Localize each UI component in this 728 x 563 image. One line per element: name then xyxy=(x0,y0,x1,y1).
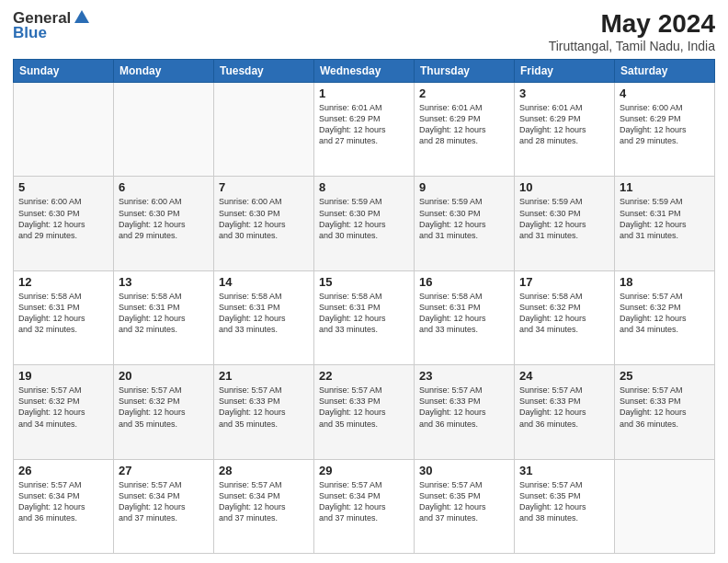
day-number: 19 xyxy=(18,369,108,383)
title-block: May 2024 Tiruttangal, Tamil Nadu, India xyxy=(549,9,715,53)
calendar-cell: 30Sunrise: 5:57 AM Sunset: 6:35 PM Dayli… xyxy=(415,459,515,553)
calendar-week-2: 5Sunrise: 6:00 AM Sunset: 6:30 PM Daylig… xyxy=(14,177,715,270)
day-info: Sunrise: 5:58 AM Sunset: 6:31 PM Dayligh… xyxy=(419,291,509,336)
day-info: Sunrise: 5:57 AM Sunset: 6:35 PM Dayligh… xyxy=(519,479,609,524)
day-info: Sunrise: 5:57 AM Sunset: 6:32 PM Dayligh… xyxy=(620,291,710,336)
day-number: 3 xyxy=(519,86,609,100)
calendar-cell xyxy=(615,459,715,553)
header-sunday: Sunday xyxy=(14,60,114,83)
header-wednesday: Wednesday xyxy=(314,60,415,83)
calendar-cell: 27Sunrise: 5:57 AM Sunset: 6:34 PM Dayli… xyxy=(114,459,214,553)
day-number: 25 xyxy=(620,369,710,383)
calendar-cell: 20Sunrise: 5:57 AM Sunset: 6:32 PM Dayli… xyxy=(114,365,214,459)
calendar-week-1: 1Sunrise: 6:01 AM Sunset: 6:29 PM Daylig… xyxy=(14,83,715,177)
day-number: 17 xyxy=(519,275,609,289)
calendar-cell: 29Sunrise: 5:57 AM Sunset: 6:34 PM Dayli… xyxy=(314,459,415,553)
calendar-cell: 31Sunrise: 5:57 AM Sunset: 6:35 PM Dayli… xyxy=(515,459,615,553)
day-info: Sunrise: 5:58 AM Sunset: 6:31 PM Dayligh… xyxy=(219,291,309,336)
calendar-cell: 9Sunrise: 5:59 AM Sunset: 6:30 PM Daylig… xyxy=(415,177,515,270)
calendar-cell: 24Sunrise: 5:57 AM Sunset: 6:33 PM Dayli… xyxy=(515,365,615,459)
calendar-cell: 3Sunrise: 6:01 AM Sunset: 6:29 PM Daylig… xyxy=(515,83,615,177)
day-info: Sunrise: 5:57 AM Sunset: 6:33 PM Dayligh… xyxy=(620,385,710,430)
calendar-table: Sunday Monday Tuesday Wednesday Thursday… xyxy=(13,59,715,554)
day-info: Sunrise: 5:59 AM Sunset: 6:30 PM Dayligh… xyxy=(519,196,609,241)
calendar-week-3: 12Sunrise: 5:58 AM Sunset: 6:31 PM Dayli… xyxy=(14,270,715,364)
day-number: 26 xyxy=(18,464,108,477)
day-info: Sunrise: 5:59 AM Sunset: 6:31 PM Dayligh… xyxy=(620,196,710,241)
calendar-cell: 18Sunrise: 5:57 AM Sunset: 6:32 PM Dayli… xyxy=(615,270,715,364)
day-number: 2 xyxy=(419,86,509,100)
calendar-body: 1Sunrise: 6:01 AM Sunset: 6:29 PM Daylig… xyxy=(14,83,715,554)
calendar-header: Sunday Monday Tuesday Wednesday Thursday… xyxy=(14,60,715,83)
calendar-cell: 4Sunrise: 6:00 AM Sunset: 6:29 PM Daylig… xyxy=(615,83,715,177)
calendar-cell xyxy=(14,83,114,177)
day-number: 18 xyxy=(620,275,710,289)
calendar-cell: 12Sunrise: 5:58 AM Sunset: 6:31 PM Dayli… xyxy=(14,270,114,364)
calendar-cell: 17Sunrise: 5:58 AM Sunset: 6:32 PM Dayli… xyxy=(515,270,615,364)
header: General Blue May 2024 Tiruttangal, Tamil… xyxy=(13,9,715,53)
day-number: 1 xyxy=(319,86,409,100)
day-number: 11 xyxy=(620,180,710,194)
day-info: Sunrise: 5:57 AM Sunset: 6:33 PM Dayligh… xyxy=(219,385,309,430)
day-number: 28 xyxy=(219,464,309,477)
day-number: 20 xyxy=(119,369,209,383)
day-number: 12 xyxy=(18,275,108,289)
calendar-cell: 15Sunrise: 5:58 AM Sunset: 6:31 PM Dayli… xyxy=(314,270,415,364)
day-info: Sunrise: 5:57 AM Sunset: 6:34 PM Dayligh… xyxy=(18,479,108,524)
calendar-cell: 13Sunrise: 5:58 AM Sunset: 6:31 PM Dayli… xyxy=(114,270,214,364)
day-info: Sunrise: 5:57 AM Sunset: 6:34 PM Dayligh… xyxy=(119,479,209,524)
calendar-cell: 21Sunrise: 5:57 AM Sunset: 6:33 PM Dayli… xyxy=(214,365,314,459)
header-monday: Monday xyxy=(114,60,214,83)
day-info: Sunrise: 5:58 AM Sunset: 6:31 PM Dayligh… xyxy=(119,291,209,336)
day-info: Sunrise: 5:57 AM Sunset: 6:34 PM Dayligh… xyxy=(319,479,409,524)
day-number: 5 xyxy=(18,180,108,194)
day-info: Sunrise: 5:57 AM Sunset: 6:32 PM Dayligh… xyxy=(119,385,209,430)
day-number: 21 xyxy=(219,369,309,383)
calendar-cell: 23Sunrise: 5:57 AM Sunset: 6:33 PM Dayli… xyxy=(415,365,515,459)
day-number: 15 xyxy=(319,275,409,289)
calendar-cell: 19Sunrise: 5:57 AM Sunset: 6:32 PM Dayli… xyxy=(14,365,114,459)
calendar-cell: 11Sunrise: 5:59 AM Sunset: 6:31 PM Dayli… xyxy=(615,177,715,270)
calendar-cell: 26Sunrise: 5:57 AM Sunset: 6:34 PM Dayli… xyxy=(14,459,114,553)
calendar-cell: 8Sunrise: 5:59 AM Sunset: 6:30 PM Daylig… xyxy=(314,177,415,270)
calendar-cell: 5Sunrise: 6:00 AM Sunset: 6:30 PM Daylig… xyxy=(14,177,114,270)
calendar-cell: 14Sunrise: 5:58 AM Sunset: 6:31 PM Dayli… xyxy=(214,270,314,364)
day-number: 22 xyxy=(319,369,409,383)
day-number: 24 xyxy=(519,369,609,383)
day-number: 23 xyxy=(419,369,509,383)
calendar-cell: 16Sunrise: 5:58 AM Sunset: 6:31 PM Dayli… xyxy=(415,270,515,364)
day-number: 30 xyxy=(419,464,509,477)
page: General Blue May 2024 Tiruttangal, Tamil… xyxy=(0,0,728,563)
day-info: Sunrise: 6:00 AM Sunset: 6:30 PM Dayligh… xyxy=(219,196,309,241)
day-info: Sunrise: 5:58 AM Sunset: 6:32 PM Dayligh… xyxy=(519,291,609,336)
day-number: 16 xyxy=(419,275,509,289)
day-info: Sunrise: 5:58 AM Sunset: 6:31 PM Dayligh… xyxy=(18,291,108,336)
day-info: Sunrise: 5:57 AM Sunset: 6:34 PM Dayligh… xyxy=(219,479,309,524)
day-number: 6 xyxy=(119,180,209,194)
svg-marker-0 xyxy=(74,10,89,23)
day-info: Sunrise: 5:59 AM Sunset: 6:30 PM Dayligh… xyxy=(419,196,509,241)
day-info: Sunrise: 6:01 AM Sunset: 6:29 PM Dayligh… xyxy=(519,102,609,147)
calendar-cell: 22Sunrise: 5:57 AM Sunset: 6:33 PM Dayli… xyxy=(314,365,415,459)
day-number: 13 xyxy=(119,275,209,289)
header-friday: Friday xyxy=(515,60,615,83)
calendar-week-5: 26Sunrise: 5:57 AM Sunset: 6:34 PM Dayli… xyxy=(14,459,715,553)
day-info: Sunrise: 6:00 AM Sunset: 6:30 PM Dayligh… xyxy=(119,196,209,241)
day-number: 29 xyxy=(319,464,409,477)
calendar-cell: 7Sunrise: 6:00 AM Sunset: 6:30 PM Daylig… xyxy=(214,177,314,270)
calendar-cell: 6Sunrise: 6:00 AM Sunset: 6:30 PM Daylig… xyxy=(114,177,214,270)
calendar-week-4: 19Sunrise: 5:57 AM Sunset: 6:32 PM Dayli… xyxy=(14,365,715,459)
day-info: Sunrise: 5:57 AM Sunset: 6:33 PM Dayligh… xyxy=(519,385,609,430)
day-number: 4 xyxy=(620,86,710,100)
calendar-cell: 25Sunrise: 5:57 AM Sunset: 6:33 PM Dayli… xyxy=(615,365,715,459)
day-info: Sunrise: 5:58 AM Sunset: 6:31 PM Dayligh… xyxy=(319,291,409,336)
day-info: Sunrise: 5:57 AM Sunset: 6:35 PM Dayligh… xyxy=(419,479,509,524)
logo-icon xyxy=(73,8,91,27)
day-info: Sunrise: 6:01 AM Sunset: 6:29 PM Dayligh… xyxy=(319,102,409,147)
day-info: Sunrise: 5:57 AM Sunset: 6:32 PM Dayligh… xyxy=(18,385,108,430)
logo: General Blue xyxy=(13,9,91,42)
calendar-cell xyxy=(214,83,314,177)
day-info: Sunrise: 6:00 AM Sunset: 6:29 PM Dayligh… xyxy=(620,102,710,147)
day-number: 27 xyxy=(119,464,209,477)
day-info: Sunrise: 5:57 AM Sunset: 6:33 PM Dayligh… xyxy=(319,385,409,430)
